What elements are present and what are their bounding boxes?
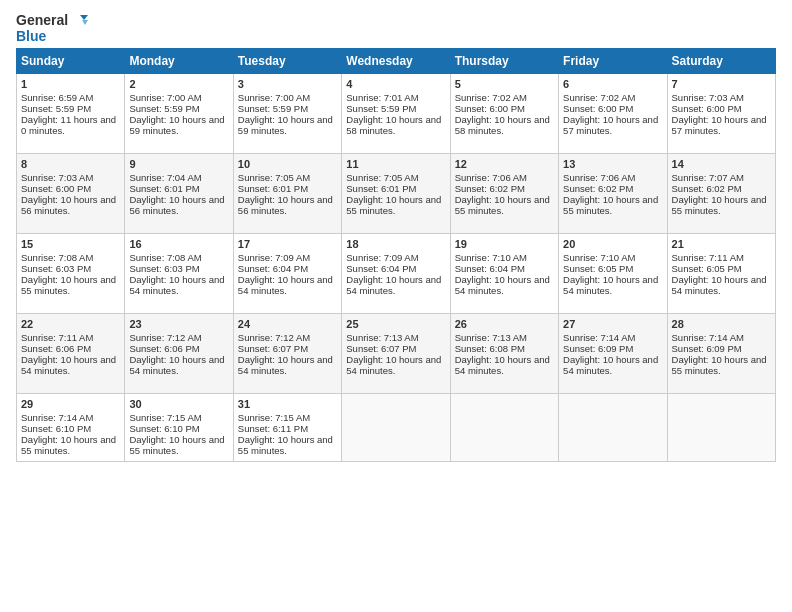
calendar-cell: 24Sunrise: 7:12 AMSunset: 6:07 PMDayligh… — [233, 314, 341, 394]
daylight: Daylight: 10 hours and 57 minutes. — [563, 114, 658, 136]
day-number: 9 — [129, 158, 228, 170]
calendar-cell: 18Sunrise: 7:09 AMSunset: 6:04 PMDayligh… — [342, 234, 450, 314]
sunset: Sunset: 6:01 PM — [238, 183, 308, 194]
day-number: 29 — [21, 398, 120, 410]
day-number: 21 — [672, 238, 771, 250]
daylight: Daylight: 11 hours and 0 minutes. — [21, 114, 116, 136]
sunrise: Sunrise: 7:15 AM — [129, 412, 201, 423]
sunset: Sunset: 6:00 PM — [672, 103, 742, 114]
day-number: 20 — [563, 238, 662, 250]
day-number: 22 — [21, 318, 120, 330]
day-number: 12 — [455, 158, 554, 170]
sunrise: Sunrise: 7:05 AM — [238, 172, 310, 183]
calendar-cell — [667, 394, 775, 462]
calendar-cell: 2Sunrise: 7:00 AMSunset: 5:59 PMDaylight… — [125, 74, 233, 154]
col-header-wednesday: Wednesday — [342, 49, 450, 74]
daylight: Daylight: 10 hours and 55 minutes. — [129, 434, 224, 456]
sunrise: Sunrise: 7:13 AM — [346, 332, 418, 343]
daylight: Daylight: 10 hours and 54 minutes. — [21, 354, 116, 376]
sunset: Sunset: 6:02 PM — [563, 183, 633, 194]
calendar-cell: 28Sunrise: 7:14 AMSunset: 6:09 PMDayligh… — [667, 314, 775, 394]
day-number: 16 — [129, 238, 228, 250]
day-number: 31 — [238, 398, 337, 410]
logo-text-general: General — [16, 12, 68, 28]
daylight: Daylight: 10 hours and 55 minutes. — [672, 194, 767, 216]
sunrise: Sunrise: 7:09 AM — [346, 252, 418, 263]
calendar-cell: 1Sunrise: 6:59 AMSunset: 5:59 PMDaylight… — [17, 74, 125, 154]
day-number: 4 — [346, 78, 445, 90]
calendar-cell: 29Sunrise: 7:14 AMSunset: 6:10 PMDayligh… — [17, 394, 125, 462]
day-number: 2 — [129, 78, 228, 90]
day-number: 15 — [21, 238, 120, 250]
sunset: Sunset: 6:02 PM — [672, 183, 742, 194]
calendar-cell — [342, 394, 450, 462]
daylight: Daylight: 10 hours and 55 minutes. — [21, 434, 116, 456]
daylight: Daylight: 10 hours and 54 minutes. — [455, 354, 550, 376]
sunrise: Sunrise: 7:07 AM — [672, 172, 744, 183]
calendar-cell: 12Sunrise: 7:06 AMSunset: 6:02 PMDayligh… — [450, 154, 558, 234]
daylight: Daylight: 10 hours and 54 minutes. — [455, 274, 550, 296]
sunset: Sunset: 6:01 PM — [129, 183, 199, 194]
col-header-tuesday: Tuesday — [233, 49, 341, 74]
daylight: Daylight: 10 hours and 59 minutes. — [238, 114, 333, 136]
daylight: Daylight: 10 hours and 58 minutes. — [455, 114, 550, 136]
daylight: Daylight: 10 hours and 55 minutes. — [21, 274, 116, 296]
col-header-thursday: Thursday — [450, 49, 558, 74]
sunrise: Sunrise: 7:06 AM — [563, 172, 635, 183]
sunset: Sunset: 6:11 PM — [238, 423, 308, 434]
sunset: Sunset: 6:01 PM — [346, 183, 416, 194]
sunset: Sunset: 6:00 PM — [21, 183, 91, 194]
day-number: 8 — [21, 158, 120, 170]
calendar-cell: 7Sunrise: 7:03 AMSunset: 6:00 PMDaylight… — [667, 74, 775, 154]
day-number: 11 — [346, 158, 445, 170]
sunrise: Sunrise: 7:09 AM — [238, 252, 310, 263]
sunset: Sunset: 6:07 PM — [346, 343, 416, 354]
sunset: Sunset: 5:59 PM — [129, 103, 199, 114]
daylight: Daylight: 10 hours and 54 minutes. — [672, 274, 767, 296]
daylight: Daylight: 10 hours and 54 minutes. — [563, 354, 658, 376]
sunset: Sunset: 6:07 PM — [238, 343, 308, 354]
sunrise: Sunrise: 7:10 AM — [563, 252, 635, 263]
daylight: Daylight: 10 hours and 55 minutes. — [563, 194, 658, 216]
logo: General Blue — [16, 12, 88, 44]
sunrise: Sunrise: 7:03 AM — [672, 92, 744, 103]
calendar-cell: 5Sunrise: 7:02 AMSunset: 6:00 PMDaylight… — [450, 74, 558, 154]
sunrise: Sunrise: 7:15 AM — [238, 412, 310, 423]
calendar-cell: 27Sunrise: 7:14 AMSunset: 6:09 PMDayligh… — [559, 314, 667, 394]
svg-marker-0 — [80, 15, 88, 20]
sunrise: Sunrise: 7:14 AM — [563, 332, 635, 343]
day-number: 3 — [238, 78, 337, 90]
calendar-cell: 21Sunrise: 7:11 AMSunset: 6:05 PMDayligh… — [667, 234, 775, 314]
daylight: Daylight: 10 hours and 59 minutes. — [129, 114, 224, 136]
calendar-cell — [559, 394, 667, 462]
sunset: Sunset: 6:05 PM — [672, 263, 742, 274]
daylight: Daylight: 10 hours and 57 minutes. — [672, 114, 767, 136]
calendar-cell: 22Sunrise: 7:11 AMSunset: 6:06 PMDayligh… — [17, 314, 125, 394]
sunset: Sunset: 5:59 PM — [346, 103, 416, 114]
day-number: 28 — [672, 318, 771, 330]
sunrise: Sunrise: 7:14 AM — [672, 332, 744, 343]
calendar-cell: 25Sunrise: 7:13 AMSunset: 6:07 PMDayligh… — [342, 314, 450, 394]
calendar-cell: 19Sunrise: 7:10 AMSunset: 6:04 PMDayligh… — [450, 234, 558, 314]
col-header-saturday: Saturday — [667, 49, 775, 74]
sunrise: Sunrise: 7:12 AM — [129, 332, 201, 343]
calendar-cell: 14Sunrise: 7:07 AMSunset: 6:02 PMDayligh… — [667, 154, 775, 234]
calendar-cell: 20Sunrise: 7:10 AMSunset: 6:05 PMDayligh… — [559, 234, 667, 314]
calendar-cell: 9Sunrise: 7:04 AMSunset: 6:01 PMDaylight… — [125, 154, 233, 234]
logo-text-blue: Blue — [16, 28, 46, 44]
day-number: 13 — [563, 158, 662, 170]
col-header-friday: Friday — [559, 49, 667, 74]
header: General Blue — [16, 12, 776, 44]
calendar-cell: 3Sunrise: 7:00 AMSunset: 5:59 PMDaylight… — [233, 74, 341, 154]
day-number: 17 — [238, 238, 337, 250]
daylight: Daylight: 10 hours and 56 minutes. — [238, 194, 333, 216]
sunset: Sunset: 6:06 PM — [21, 343, 91, 354]
sunset: Sunset: 6:09 PM — [672, 343, 742, 354]
day-number: 14 — [672, 158, 771, 170]
sunset: Sunset: 6:08 PM — [455, 343, 525, 354]
day-number: 1 — [21, 78, 120, 90]
calendar-cell: 6Sunrise: 7:02 AMSunset: 6:00 PMDaylight… — [559, 74, 667, 154]
day-number: 6 — [563, 78, 662, 90]
sunset: Sunset: 6:04 PM — [238, 263, 308, 274]
sunrise: Sunrise: 7:11 AM — [21, 332, 93, 343]
